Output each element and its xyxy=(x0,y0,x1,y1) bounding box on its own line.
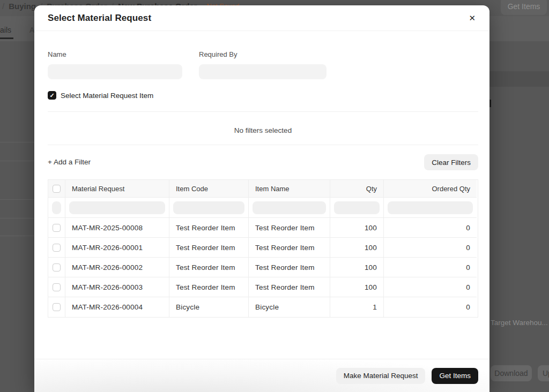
breadcrumb-separator: / xyxy=(2,2,4,11)
col-header-item-name: Item Name xyxy=(249,180,330,198)
name-field-label: Name xyxy=(48,50,182,58)
cell-material-request: MAT-MR-2025-00008 xyxy=(65,218,169,238)
table-header-row: Material Request Item Code Item Name Qty… xyxy=(48,180,478,198)
cell-ordered-qty: 0 xyxy=(384,297,477,317)
filter-input[interactable] xyxy=(52,201,61,214)
close-icon[interactable]: ✕ xyxy=(466,12,478,24)
page-text-sliver xyxy=(489,100,491,107)
select-item-checkbox[interactable]: ✓ xyxy=(48,91,56,100)
cell-item-code: Bicycle xyxy=(169,297,249,317)
cell-item-code: Test Reorder Item xyxy=(169,277,249,297)
cell-item-code: Test Reorder Item xyxy=(169,238,249,258)
cell-material-request: MAT-MR-2026-00001 xyxy=(65,238,169,258)
table-row[interactable]: MAT-MR-2026-00003 Test Reorder Item Test… xyxy=(48,277,478,297)
upload-button-partial[interactable]: Up xyxy=(538,365,549,381)
row-checkbox[interactable] xyxy=(53,244,61,252)
cell-qty: 100 xyxy=(330,238,384,258)
make-material-request-button[interactable]: Make Material Request xyxy=(336,368,426,384)
col-header-ordered-qty: Ordered Qty xyxy=(384,180,477,198)
cell-item-name: Test Reorder Item xyxy=(249,258,330,277)
table-row[interactable]: MAT-MR-2026-00004 Bicycle Bicycle 1 0 xyxy=(48,297,478,317)
filter-fields: Name Required By xyxy=(48,50,327,79)
col-header-item-code: Item Code xyxy=(169,180,249,198)
cell-item-code: Test Reorder Item xyxy=(169,258,249,277)
row-checkbox[interactable] xyxy=(53,224,61,232)
required-by-input[interactable] xyxy=(199,64,327,79)
active-tab-underline xyxy=(0,37,13,39)
table-row[interactable]: MAT-MR-2026-00002 Test Reorder Item Test… xyxy=(48,258,478,277)
get-items-button[interactable]: Get Items xyxy=(432,368,478,384)
cell-item-name: Test Reorder Item xyxy=(249,218,330,238)
cell-material-request: MAT-MR-2026-00004 xyxy=(65,297,169,317)
material-request-table: Material Request Item Code Item Name Qty… xyxy=(48,179,478,318)
filter-input-material-request[interactable] xyxy=(69,201,165,214)
tab-details-partial[interactable]: ails xyxy=(0,26,11,34)
table-row[interactable]: MAT-MR-2026-00001 Test Reorder Item Test… xyxy=(48,238,478,258)
add-filter-button[interactable]: + Add a Filter xyxy=(48,154,91,171)
target-warehouse-field-partial: Target Warehou... xyxy=(491,319,548,327)
filter-input-ordered-qty[interactable] xyxy=(388,201,473,214)
dialog-footer: Make Material Request Get Items xyxy=(34,359,489,392)
select-item-checkbox-row[interactable]: ✓ Select Material Request Item xyxy=(48,91,153,100)
cell-qty: 100 xyxy=(330,218,384,238)
filter-input-item-name[interactable] xyxy=(253,201,326,214)
cell-material-request: MAT-MR-2026-00002 xyxy=(65,258,169,277)
col-header-qty: Qty xyxy=(330,180,384,198)
name-input[interactable] xyxy=(48,64,182,79)
cell-ordered-qty: 0 xyxy=(384,218,477,238)
select-all-checkbox[interactable] xyxy=(53,185,61,193)
filter-actions-bar: + Add a Filter Clear Filters xyxy=(48,154,478,171)
cell-ordered-qty: 0 xyxy=(384,258,477,277)
cell-ordered-qty: 0 xyxy=(384,238,477,258)
no-filters-text: No filters selected xyxy=(48,126,478,134)
page-row-divider xyxy=(0,199,34,200)
clear-filters-button[interactable]: Clear Filters xyxy=(424,154,478,170)
col-header-material-request: Material Request xyxy=(65,180,169,198)
page-row-divider xyxy=(0,218,34,218)
screen: / Buying / Purchase Order / New Purchase… xyxy=(0,0,549,392)
required-by-field-label: Required By xyxy=(199,50,327,58)
check-icon: ✓ xyxy=(49,92,54,99)
required-by-field-group: Required By xyxy=(199,50,327,79)
cell-item-name: Test Reorder Item xyxy=(249,238,330,258)
cell-ordered-qty: 0 xyxy=(384,277,477,297)
dialog-header: Select Material Request ✕ xyxy=(34,5,489,31)
select-item-checkbox-label: Select Material Request Item xyxy=(61,92,153,100)
filter-input-qty[interactable] xyxy=(334,201,380,214)
breadcrumb-buying[interactable]: Buying xyxy=(9,2,36,11)
cell-qty: 100 xyxy=(330,277,384,297)
row-checkbox[interactable] xyxy=(53,283,61,291)
row-checkbox[interactable] xyxy=(53,263,61,272)
page-get-items-button[interactable]: Get Items xyxy=(501,0,547,15)
cell-item-name: Test Reorder Item xyxy=(249,277,330,297)
dialog-title: Select Material Request xyxy=(48,13,151,24)
tab-address-partial[interactable]: A xyxy=(29,26,34,34)
cell-item-code: Test Reorder Item xyxy=(169,218,249,238)
cell-item-name: Bicycle xyxy=(249,297,330,317)
select-material-request-dialog: Select Material Request ✕ Name Required … xyxy=(34,5,489,392)
page-row-divider xyxy=(0,161,34,161)
download-button[interactable]: Download xyxy=(491,365,532,381)
table-row[interactable]: MAT-MR-2025-00008 Test Reorder Item Test… xyxy=(48,218,478,238)
table-filter-row xyxy=(48,198,478,218)
name-field-group: Name xyxy=(48,50,182,79)
filter-input-item-code[interactable] xyxy=(173,201,244,214)
page-section-band xyxy=(489,71,549,87)
row-checkbox[interactable] xyxy=(53,303,61,311)
divider xyxy=(48,111,478,112)
cell-material-request: MAT-MR-2026-00003 xyxy=(65,277,169,297)
divider xyxy=(48,145,478,145)
page-row-divider xyxy=(0,142,34,142)
page-row-divider xyxy=(0,236,34,236)
cell-qty: 1 xyxy=(330,297,384,317)
cell-qty: 100 xyxy=(330,258,384,277)
